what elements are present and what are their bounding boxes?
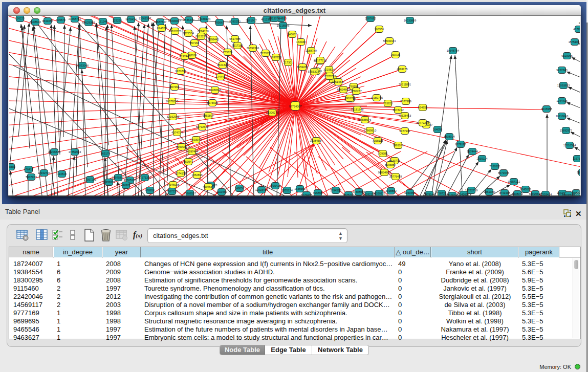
svg-text:5479144: 5479144 (424, 193, 434, 195)
svg-text:17016504: 17016504 (563, 144, 576, 147)
svg-text:7730428: 7730428 (270, 184, 280, 187)
svg-text:6159230: 6159230 (297, 65, 308, 69)
svg-text:498382: 498382 (9, 165, 15, 168)
svg-text:81971316: 81971316 (139, 176, 151, 179)
svg-text:10648784: 10648784 (447, 49, 459, 52)
svg-text:65177213: 65177213 (314, 59, 326, 62)
svg-text:23975857: 23975857 (112, 176, 124, 179)
svg-text:116753: 116753 (573, 157, 580, 160)
svg-text:7067228: 7067228 (166, 190, 177, 193)
svg-text:30776478: 30776478 (389, 175, 402, 178)
svg-text:8077999: 8077999 (400, 100, 411, 103)
svg-text:66792612: 66792612 (196, 125, 208, 128)
svg-text:8090293: 8090293 (229, 20, 240, 23)
svg-text:70597444: 70597444 (186, 150, 198, 153)
svg-text:7358113: 7358113 (372, 139, 383, 142)
svg-text:114519: 114519 (57, 172, 67, 176)
svg-text:75181648: 75181648 (351, 108, 363, 111)
svg-text:12923446: 12923446 (255, 188, 268, 191)
svg-text:32162965: 32162965 (167, 115, 179, 118)
svg-text:4374754: 4374754 (171, 131, 182, 134)
svg-text:8938914: 8938914 (444, 135, 454, 138)
svg-text:4694634: 4694634 (203, 185, 213, 188)
svg-text:19218506: 19218506 (277, 24, 289, 27)
svg-text:8294150: 8294150 (198, 30, 208, 33)
svg-text:17270733: 17270733 (323, 75, 336, 78)
svg-text:8813074: 8813074 (269, 17, 279, 20)
svg-text:9398441: 9398441 (208, 38, 219, 41)
svg-text:857168: 857168 (190, 41, 199, 45)
svg-text:8350099: 8350099 (176, 145, 187, 148)
svg-text:82772208: 82772208 (417, 121, 429, 124)
svg-text:13561597: 13561597 (139, 17, 151, 20)
svg-text:22201654: 22201654 (579, 21, 580, 25)
svg-text:9548432: 9548432 (577, 171, 580, 174)
svg-text:5408072: 5408072 (512, 192, 522, 195)
svg-text:36697396: 36697396 (247, 47, 259, 50)
svg-text:738720: 738720 (437, 192, 446, 195)
svg-text:4679591: 4679591 (573, 28, 580, 31)
svg-text:15692971: 15692971 (560, 129, 572, 132)
svg-text:36687537: 36687537 (154, 20, 166, 24)
svg-text:996865: 996865 (313, 191, 322, 194)
svg-text:2321324: 2321324 (217, 63, 228, 67)
svg-text:21668732: 21668732 (69, 17, 81, 20)
svg-text:9517169: 9517169 (232, 44, 243, 47)
svg-text:7273233: 7273233 (260, 52, 271, 55)
svg-text:126225: 126225 (15, 17, 25, 20)
svg-text:29175900: 29175900 (446, 194, 459, 195)
svg-text:38688676: 38688676 (359, 118, 371, 121)
svg-text:9375710: 9375710 (343, 193, 354, 195)
svg-text:9961380: 9961380 (484, 190, 494, 193)
svg-text:3219824: 3219824 (323, 68, 334, 71)
svg-text:867460: 867460 (170, 85, 179, 89)
svg-text:6960453: 6960453 (404, 191, 415, 194)
svg-text:329258: 329258 (113, 19, 122, 22)
svg-text:809570: 809570 (56, 18, 66, 21)
svg-text:17869910: 17869910 (364, 129, 376, 132)
svg-text:217301: 217301 (284, 61, 293, 64)
svg-text:47338124: 47338124 (198, 17, 210, 20)
svg-text:4191175: 4191175 (397, 68, 407, 71)
svg-text:5437923: 5437923 (26, 176, 36, 179)
svg-text:496922: 496922 (121, 184, 130, 187)
svg-text:2188789: 2188789 (306, 49, 316, 52)
svg-text:1538552: 1538552 (294, 187, 305, 190)
svg-text:1981186: 1981186 (393, 144, 403, 147)
svg-text:359947: 359947 (184, 160, 193, 163)
svg-text:678856: 678856 (145, 189, 155, 192)
svg-text:8536477: 8536477 (183, 18, 194, 21)
svg-text:8096887: 8096887 (385, 163, 396, 166)
svg-text:476417: 476417 (24, 168, 33, 171)
svg-text:9674444: 9674444 (467, 150, 477, 153)
svg-text:3741438: 3741438 (499, 191, 510, 194)
svg-text:20053346: 20053346 (76, 64, 89, 67)
svg-text:19384554: 19384554 (310, 139, 322, 142)
svg-text:10958177: 10958177 (103, 181, 115, 184)
svg-text:7693979: 7693979 (190, 138, 201, 141)
svg-text:9517485: 9517485 (229, 37, 240, 40)
svg-text:8471676: 8471676 (498, 171, 509, 174)
svg-text:9329966: 9329966 (561, 54, 572, 57)
svg-text:17359924: 17359924 (69, 150, 81, 154)
svg-text:340062: 340062 (288, 33, 297, 36)
svg-text:3341057: 3341057 (42, 19, 53, 23)
svg-text:2694522: 2694522 (330, 189, 341, 192)
svg-text:1352896: 1352896 (191, 173, 202, 177)
svg-text:9227343: 9227343 (556, 69, 567, 72)
svg-text:45812670: 45812670 (169, 30, 181, 33)
svg-text:865179: 865179 (101, 152, 110, 155)
svg-text:16033809: 16033809 (404, 19, 416, 22)
svg-text:174441: 174441 (216, 75, 225, 78)
svg-text:96282117: 96282117 (363, 193, 375, 195)
svg-text:3790237: 3790237 (351, 90, 361, 93)
svg-text:5673212: 5673212 (393, 108, 403, 112)
svg-text:890170: 890170 (345, 97, 354, 100)
svg-text:43528453: 43528453 (399, 114, 411, 117)
svg-text:1244415: 1244415 (556, 99, 567, 102)
svg-text:755674: 755674 (223, 51, 232, 54)
svg-text:2074176: 2074176 (175, 172, 186, 175)
svg-text:20206535: 20206535 (48, 150, 60, 154)
svg-text:360735: 360735 (391, 53, 400, 56)
svg-text:6879197: 6879197 (455, 143, 466, 146)
